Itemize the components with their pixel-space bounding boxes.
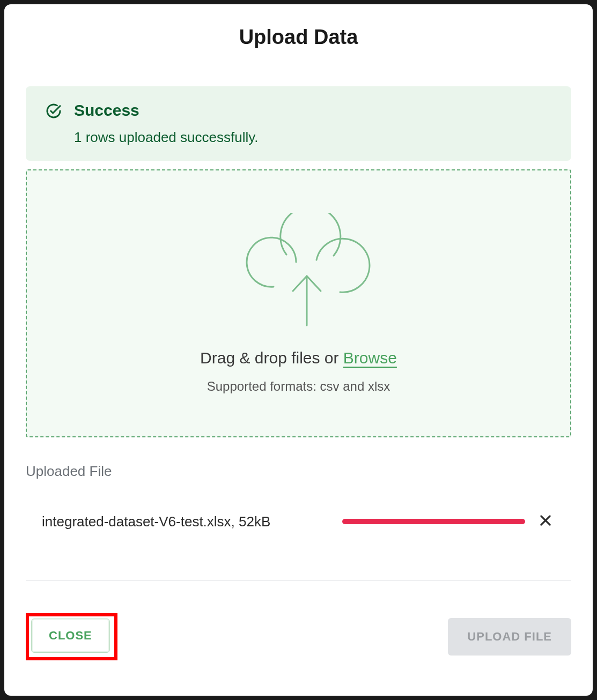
upload-file-button[interactable]: UPLOAD FILE: [448, 618, 571, 656]
success-check-icon: [45, 102, 62, 122]
dropzone-text: Drag & drop files or Browse: [200, 349, 397, 367]
success-alert: Success 1 rows uploaded successfully.: [26, 86, 571, 161]
upload-data-modal: Upload Data Success 1 rows uploaded succ…: [4, 4, 593, 696]
close-button[interactable]: CLOSE: [31, 619, 110, 653]
cloud-upload-icon: [226, 213, 371, 333]
modal-title: Upload Data: [26, 26, 571, 49]
dropzone-prefix: Drag & drop files or: [200, 349, 343, 367]
remove-file-button[interactable]: [536, 511, 555, 532]
supported-formats: Supported formats: csv and xlsx: [207, 379, 390, 394]
uploaded-file-section-label: Uploaded File: [26, 463, 571, 480]
close-button-highlight: CLOSE: [26, 613, 117, 660]
footer-divider: [26, 580, 571, 581]
file-dropzone[interactable]: Drag & drop files or Browse Supported fo…: [26, 169, 571, 437]
close-icon: [538, 513, 553, 528]
modal-footer: CLOSE UPLOAD FILE: [26, 613, 571, 660]
progress-bar-fill: [342, 519, 525, 524]
success-content: Success 1 rows uploaded successfully.: [74, 101, 258, 146]
uploaded-file-row: integrated-dataset-V6-test.xlsx, 52kB: [26, 511, 571, 532]
uploaded-file-name: integrated-dataset-V6-test.xlsx, 52kB: [42, 513, 342, 530]
success-message: 1 rows uploaded successfully.: [74, 129, 258, 146]
browse-link[interactable]: Browse: [343, 349, 397, 367]
success-title: Success: [74, 101, 258, 120]
upload-progress: [342, 519, 525, 524]
